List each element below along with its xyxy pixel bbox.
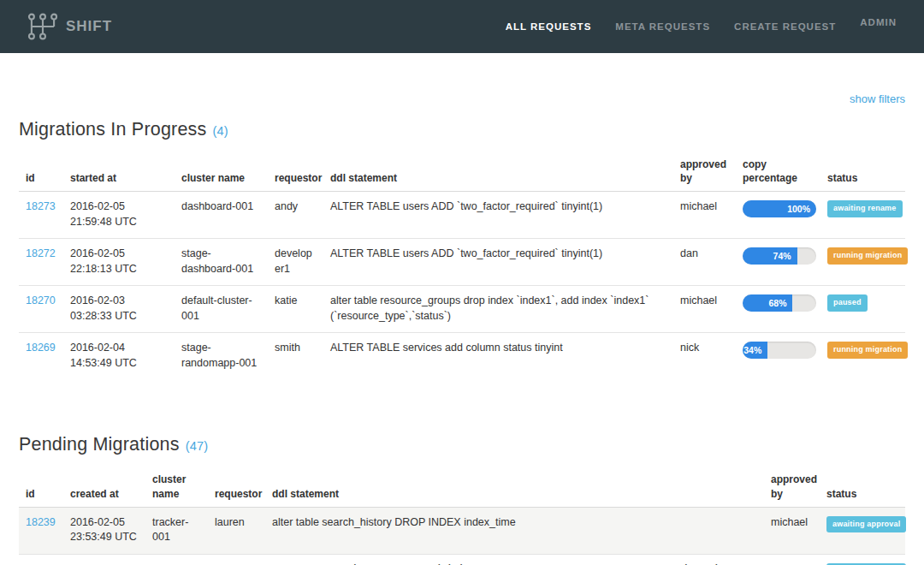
col-cluster-name: cluster name <box>145 466 208 507</box>
cell-requestor: developer1 <box>268 239 323 286</box>
col-requestor: requestor <box>268 151 323 192</box>
brand-link[interactable]: SHIFT <box>27 12 112 41</box>
cell-requestor: smith <box>268 333 323 380</box>
copy-percentage-label: 74% <box>773 251 791 261</box>
cell-copy-percentage: 68% <box>736 286 820 333</box>
cell-cluster: default-cluster-001 <box>175 286 268 333</box>
copy-progress-bar: 100% <box>743 200 816 217</box>
cell-started-at: 2016-02-05 21:59:48 UTC <box>63 192 175 239</box>
copy-percentage-label: 34% <box>743 345 761 355</box>
gearshift-icon <box>27 12 58 41</box>
nav-create-request[interactable]: CREATE REQUEST <box>734 21 836 32</box>
migration-row: 18272 2016-02-05 22:18:13 UTC stage-dash… <box>19 239 905 286</box>
col-status: status <box>820 466 905 507</box>
cell-id: 18270 <box>19 286 63 333</box>
cell-ddl: ALTER TABLE users ADD `two_factor_requir… <box>323 192 673 239</box>
cell-id: 18269 <box>19 333 63 380</box>
cell-id: 18240 <box>19 554 63 565</box>
migration-id-link[interactable]: 18273 <box>26 200 56 212</box>
cell-cluster: stage-dashboard-001 <box>175 239 268 286</box>
copy-progress-bar: 34% <box>743 342 816 359</box>
pending-row: 18240 2016-02-05 22:50:58 UTC someapp-00… <box>19 554 905 565</box>
nav-meta-requests[interactable]: META REQUESTS <box>615 21 710 32</box>
migration-id-link[interactable]: 18272 <box>26 247 56 259</box>
cell-id: 18239 <box>19 507 63 554</box>
cell-ddl: alter table resource_groups drop index `… <box>323 286 673 333</box>
pending-title: Pending Migrations(47) <box>19 434 905 455</box>
pending-title-text: Pending Migrations <box>19 434 180 455</box>
pending-header-row: id created at cluster name requestor ddl… <box>19 466 905 507</box>
cell-status: awaiting approval <box>820 507 905 554</box>
section-in-progress: Migrations In Progress(4) id started at … <box>19 119 905 379</box>
cell-created-at: 2016-02-05 22:50:58 UTC <box>63 554 145 565</box>
cell-approved-by: michael <box>673 286 736 333</box>
navbar-menu: ALL REQUESTS META REQUESTS CREATE REQUES… <box>506 21 897 32</box>
cell-requestor: chris <box>208 554 265 565</box>
cell-approved-by: michael <box>764 507 820 554</box>
cell-started-at: 2016-02-03 03:28:33 UTC <box>63 286 175 333</box>
pending-id-link[interactable]: 18239 <box>26 516 56 528</box>
cell-ddl: ALTER TABLE services add column status t… <box>323 333 673 380</box>
col-copy-percentage: copy percentage <box>736 151 820 192</box>
cell-cluster: stage-randomapp-001 <box>175 333 268 380</box>
cell-copy-percentage: 100% <box>736 192 820 239</box>
cell-cluster: someapp-003 <box>145 554 208 565</box>
col-status: status <box>820 151 905 192</box>
status-badge: paused <box>827 294 868 312</box>
cell-status: awaiting rename <box>820 192 905 239</box>
col-id: id <box>19 466 63 507</box>
copy-progress-bar: 74% <box>743 247 816 265</box>
cell-approved-by: nick <box>673 333 736 380</box>
show-filters-link[interactable]: show filters <box>850 92 905 105</box>
col-id: id <box>19 151 63 192</box>
in-progress-title: Migrations In Progress(4) <box>19 119 905 140</box>
status-badge: running migration <box>827 247 908 265</box>
cell-ddl: CREATE TABLE `some_new_table` (`id` inte… <box>265 554 764 565</box>
cell-ddl: ALTER TABLE users ADD `two_factor_requir… <box>323 239 673 286</box>
nav-admin[interactable]: ADMIN <box>860 17 897 27</box>
cell-started-at: 2016-02-04 14:53:49 UTC <box>63 333 175 380</box>
cell-status: running migration <box>820 239 905 286</box>
migration-id-link[interactable]: 18269 <box>26 342 56 354</box>
cell-started-at: 2016-02-05 22:18:13 UTC <box>63 239 175 286</box>
in-progress-header-row: id started at cluster name requestor ddl… <box>19 151 905 192</box>
cell-cluster: dashboard-001 <box>175 192 268 239</box>
col-created-at: created at <box>63 466 145 507</box>
col-ddl-statement: ddl statement <box>323 151 673 192</box>
cell-id: 18273 <box>19 192 63 239</box>
pending-row: 18239 2016-02-05 23:53:49 UTC tracker-00… <box>19 507 905 554</box>
cell-approved-by: michael <box>673 192 736 239</box>
filters-row: show filters <box>19 91 905 106</box>
col-approved-by: approved by <box>673 151 736 192</box>
status-badge: awaiting approval <box>826 516 906 533</box>
pending-table: id created at cluster name requestor ddl… <box>19 466 905 565</box>
in-progress-table: id started at cluster name requestor ddl… <box>19 151 905 379</box>
cell-created-at: 2016-02-05 23:53:49 UTC <box>63 507 145 554</box>
col-requestor: requestor <box>208 466 265 507</box>
migration-row: 18273 2016-02-05 21:59:48 UTC dashboard-… <box>19 192 905 239</box>
col-started-at: started at <box>63 151 175 192</box>
col-cluster-name: cluster name <box>175 151 268 192</box>
cell-status: running migration <box>820 333 905 380</box>
cell-approved-by: michael <box>764 554 820 565</box>
section-pending: Pending Migrations(47) id created at clu… <box>19 434 905 565</box>
pending-count: (47) <box>186 439 209 453</box>
migration-row: 18270 2016-02-03 03:28:33 UTC default-cl… <box>19 286 905 333</box>
copy-percentage-label: 68% <box>768 298 786 308</box>
migration-row: 18269 2016-02-04 14:53:49 UTC stage-rand… <box>19 333 905 380</box>
status-badge: running migration <box>827 342 908 359</box>
copy-percentage-label: 100% <box>787 204 810 214</box>
migration-id-link[interactable]: 18270 <box>26 294 56 306</box>
brand-title: SHIFT <box>66 18 112 35</box>
cell-approved-by: dan <box>673 239 736 286</box>
in-progress-count: (4) <box>212 124 228 138</box>
cell-cluster: tracker-001 <box>145 507 208 554</box>
nav-all-requests[interactable]: ALL REQUESTS <box>506 21 592 32</box>
cell-requestor: katie <box>268 286 323 333</box>
cell-copy-percentage: 34% <box>736 333 820 380</box>
col-ddl-statement: ddl statement <box>265 466 764 507</box>
cell-requestor: lauren <box>208 507 265 554</box>
status-badge: awaiting rename <box>827 200 903 217</box>
cell-ddl: alter table search_history DROP INDEX in… <box>265 507 764 554</box>
navbar: SHIFT ALL REQUESTS META REQUESTS CREATE … <box>0 0 924 53</box>
